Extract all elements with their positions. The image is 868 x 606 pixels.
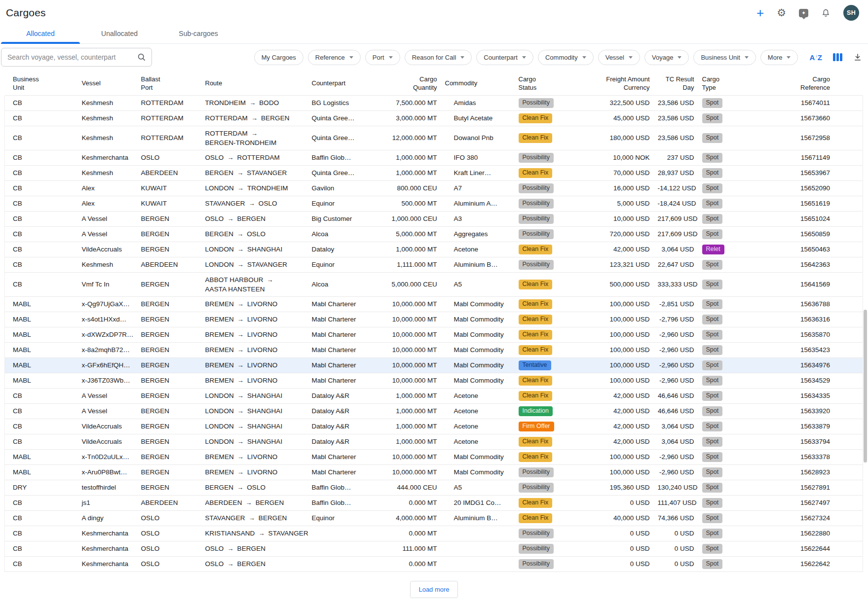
- cell-tc-result-day: 23,586 USD: [654, 110, 698, 126]
- table-row[interactable]: CBKeshmeshROTTERDAMTRONDHEIM→BODOBG Logi…: [5, 95, 863, 110]
- feedback-icon[interactable]: ✦: [799, 9, 808, 17]
- table-row[interactable]: CBKeshmeshROTTERDAMROTTERDAM→BERGENQuint…: [5, 110, 863, 126]
- column-header-counterpart[interactable]: Counterpart: [308, 71, 388, 95]
- cargo-type-badge: Spot: [702, 315, 723, 324]
- table-row[interactable]: CBKeshmerchantaOSLOOSLO→BERGEN111.000 MT…: [5, 541, 863, 556]
- table-row[interactable]: CBA VesselBERGENBERGEN→OSLOAlcoa5,000.00…: [5, 226, 863, 242]
- cell-tc-result-day: 23,586 USD: [654, 95, 698, 110]
- table-row[interactable]: CBA VesselBERGENLONDON→SHANGHAIDataloy A…: [5, 388, 863, 403]
- cell-tc-result-day: 0 USD: [654, 541, 698, 556]
- add-button[interactable]: +: [756, 8, 764, 18]
- column-header-route[interactable]: Route: [201, 71, 308, 95]
- filter-chip-reason-for-call[interactable]: Reason for Call: [405, 50, 472, 65]
- table-row[interactable]: MABLx-Tn0D2uULx…BERGENBREMEN→LIVORNOMabl…: [5, 449, 863, 464]
- cell-route: STAVANGER→BERGEN: [201, 510, 308, 526]
- filter-chip-vessel[interactable]: Vessel: [598, 50, 640, 65]
- column-header-freight-amount-currency[interactable]: Freight AmountCurrency: [589, 71, 654, 95]
- table-row[interactable]: CBAlexKUWAITSTAVANGER→OSLOEquinor500.000…: [5, 196, 863, 211]
- filter-chip-port[interactable]: Port: [365, 50, 400, 65]
- cargo-type-badge: Spot: [702, 113, 723, 123]
- table-row[interactable]: CBA dingyOSLOSTAVANGER→BERGENEquinor4,00…: [5, 510, 863, 526]
- table-row[interactable]: CBKeshmerchantaOSLOOSLO→BERGEN0.000 MTPo…: [5, 556, 863, 571]
- table-row[interactable]: CBVildeAccrualsBERGENLONDON→SHANGHAIData…: [5, 242, 863, 257]
- avatar[interactable]: SH: [843, 5, 859, 21]
- table-row[interactable]: CBVmf Tc InBERGENABBOT HARBOUR→AASTA HAN…: [5, 272, 863, 296]
- column-header-vessel[interactable]: Vessel: [78, 71, 137, 95]
- column-header-ballast-port[interactable]: BallastPort: [137, 71, 201, 95]
- table-row[interactable]: MABLx-8a2mqhB72…BERGENBREMEN→LIVORNOMabl…: [5, 342, 863, 357]
- chip-label: Reference: [315, 54, 345, 61]
- table-row[interactable]: MABLx-s4ot1HXxd…BERGENBREMEN→LIVORNOMabl…: [5, 312, 863, 327]
- columns-icon[interactable]: [833, 53, 842, 61]
- table-row[interactable]: CBA VesselBERGENOSLO→BERGENBig Customer1…: [5, 211, 863, 226]
- cell-spacer: [441, 242, 450, 257]
- filter-chip-voyage[interactable]: Voyage: [644, 50, 689, 65]
- cell-ballast-port: ROTTERDAM: [137, 95, 201, 110]
- cargo-type-badge: Spot: [702, 391, 723, 401]
- column-header-cargo-quantity[interactable]: CargoQuantity: [388, 71, 441, 95]
- filter-chip-counterpart[interactable]: Counterpart: [476, 50, 533, 65]
- table-row[interactable]: DRYtestoffhirdelBERGENBERGEN→OSLOBaffin …: [5, 480, 863, 495]
- cell-tc-result-day: 74,366 USD: [654, 510, 698, 526]
- cell-cargo-quantity: 444.000 CEU: [388, 480, 441, 495]
- cell-cargo-quantity: 1,000.000 MT: [388, 165, 441, 180]
- chip-label: Commodity: [545, 54, 578, 61]
- cell-ballast-port: OSLO: [137, 556, 201, 571]
- table-header-row: BusinessUnitVesselBallastPortRouteCounte…: [5, 71, 863, 95]
- table-row[interactable]: MABLx-Qg97UjGaX…BERGENBREMEN→LIVORNOMabl…: [5, 296, 863, 312]
- table-row[interactable]: MABLx-Aru0P8Bwt…BERGENBREMEN→LIVORNOMabl…: [5, 464, 863, 480]
- column-header-cargo-type[interactable]: CargoType: [698, 71, 792, 95]
- tab-allocated[interactable]: Allocated: [1, 24, 80, 43]
- table-row[interactable]: CBKeshmerchantaOSLOKRISTIANSAND→STAVANGE…: [5, 526, 863, 541]
- download-icon[interactable]: [853, 53, 862, 62]
- table-row[interactable]: MABLx-GFx6hEfQH…BERGENBREMEN→LIVORNOMabl…: [5, 357, 863, 373]
- filter-chips: My CargoesReferencePortReason for CallCo…: [254, 50, 862, 65]
- table-row[interactable]: MABLx-dXWZxDP7R…BERGENBREMEN→LIVORNOMabl…: [5, 327, 863, 342]
- table-row[interactable]: CBjs1ABERDEENABERDEEN→BERGENBaffin Glob……: [5, 495, 863, 510]
- filter-chip-commodity[interactable]: Commodity: [538, 50, 594, 65]
- cell-ballast-port: ABERDEEN: [137, 257, 201, 272]
- filter-chip-my-cargoes[interactable]: My Cargoes: [254, 50, 303, 65]
- table-row[interactable]: CBKeshmeshABERDEENLONDON→STAVANGEREquino…: [5, 257, 863, 272]
- cell-commodity: Mabl Commodity: [450, 342, 515, 357]
- table-row[interactable]: CBVildeAccrualsBERGENLONDON→SHANGHAIData…: [5, 419, 863, 434]
- table-row[interactable]: CBKeshmeshROTTERDAMROTTERDAM→BERGEN-TRON…: [5, 126, 863, 150]
- cell-ballast-port: BERGEN: [137, 226, 201, 242]
- sort-az-icon[interactable]: A↓Z: [809, 53, 822, 62]
- table-row[interactable]: CBKeshmeshABERDEENBERGEN→STAVANGERQuinta…: [5, 165, 863, 180]
- notifications-bell-icon[interactable]: [821, 8, 830, 18]
- filter-chip-reference[interactable]: Reference: [308, 50, 361, 65]
- table-row[interactable]: CBVildeAccrualsBERGENLONDON→SHANGHAIData…: [5, 434, 863, 449]
- search-input[interactable]: [7, 53, 137, 61]
- cell-vessel: Keshmesh: [78, 165, 137, 180]
- table-row[interactable]: MABLx-J36TZ03Wb…BERGENBREMEN→LIVORNOMabl…: [5, 373, 863, 388]
- cell-freight-amount: 10,000 NOK: [589, 150, 654, 165]
- column-header-commodity[interactable]: Commodity: [441, 71, 515, 95]
- search-box[interactable]: [1, 48, 152, 67]
- cell-business-unit: MABL: [5, 464, 78, 480]
- cell-cargo-quantity: 3,000.000 MT: [388, 110, 441, 126]
- cell-cargo-status: Clean Fix: [515, 495, 589, 510]
- cell-business-unit: CB: [5, 226, 78, 242]
- tab-unallocated[interactable]: Unallocated: [80, 24, 159, 43]
- column-header-cargo-status[interactable]: CargoStatus: [515, 71, 589, 95]
- column-header-business-unit[interactable]: BusinessUnit: [5, 71, 78, 95]
- cell-spacer: [441, 403, 450, 419]
- cell-cargo-type: Spot: [698, 541, 792, 556]
- tab-sub-cargoes[interactable]: Sub-cargoes: [159, 24, 238, 43]
- filter-chip-more[interactable]: More: [760, 50, 798, 65]
- cell-ballast-port: BERGEN: [137, 242, 201, 257]
- table-row[interactable]: CBA VesselBERGENLONDON→SHANGHAIDataloy A…: [5, 403, 863, 419]
- cell-ballast-port: ROTTERDAM: [137, 110, 201, 126]
- filter-chip-business-unit[interactable]: Business Unit: [693, 50, 755, 65]
- table-row[interactable]: CBKeshmerchantaOSLOOSLO→ROTTERDAMBaffin …: [5, 150, 863, 165]
- settings-icon[interactable]: ⚙: [777, 8, 786, 18]
- chevron-down-icon: [745, 56, 749, 61]
- vertical-scrollbar[interactable]: [864, 310, 867, 463]
- column-header-cargo-reference[interactable]: CargoReference: [792, 71, 863, 95]
- route-arrow-icon: →: [237, 245, 244, 253]
- column-header-tc-result-day[interactable]: TC ResultDay: [654, 71, 698, 95]
- table-row[interactable]: CBAlexKUWAITLONDON→TRONDHEIMGavilon800.0…: [5, 180, 863, 196]
- load-more-button[interactable]: Load more: [410, 581, 457, 598]
- chevron-down-icon: [522, 56, 526, 61]
